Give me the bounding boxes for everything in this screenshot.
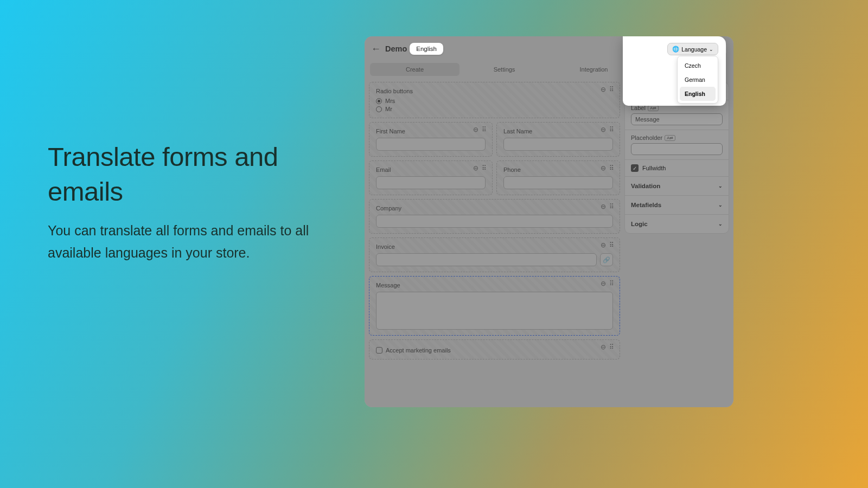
remove-icon[interactable]: ⊖	[601, 343, 606, 351]
text-input[interactable]	[376, 253, 597, 266]
accordion-validation[interactable]: Validation⌄	[625, 176, 729, 195]
chevron-down-icon: ⌄	[718, 202, 723, 208]
page-title: Demo	[385, 44, 407, 53]
remove-icon[interactable]: ⊖	[601, 126, 606, 133]
drag-handle-icon[interactable]: ⠿	[609, 126, 614, 133]
drag-handle-icon[interactable]: ⠿	[609, 86, 614, 93]
drag-handle-icon[interactable]: ⠿	[609, 343, 614, 351]
field-label: Radio buttons	[376, 88, 613, 94]
drag-handle-icon[interactable]: ⠿	[609, 203, 614, 210]
remove-icon[interactable]: ⊖	[601, 86, 606, 93]
drag-handle-icon[interactable]: ⠿	[482, 126, 487, 133]
field-radio-buttons[interactable]: ⊖ ⠿ Radio buttons Mrs Mr	[369, 82, 620, 118]
field-email[interactable]: ⊖⠿ Email	[369, 160, 493, 195]
field-last-name[interactable]: ⊖⠿ Last Name	[496, 122, 620, 157]
drag-handle-icon[interactable]: ⠿	[609, 280, 614, 287]
radio-icon	[376, 98, 382, 104]
language-dropdown: Czech German English	[677, 56, 718, 104]
checkbox-checked-icon: ✓	[631, 164, 639, 172]
attachment-button[interactable]: 🔗	[600, 253, 613, 266]
placeholder-field-label: Placeholder	[631, 134, 662, 141]
remove-icon[interactable]: ⊖	[601, 280, 606, 287]
app-window: ← Demo English 🌐 Language ⌄ Create Setti…	[365, 36, 733, 407]
remove-icon[interactable]: ⊖	[601, 203, 606, 210]
text-input[interactable]	[376, 138, 486, 151]
text-input[interactable]	[503, 176, 613, 189]
field-label: Last Name	[503, 128, 613, 134]
placeholder-input[interactable]	[631, 143, 723, 155]
field-accept-marketing[interactable]: ⊖⠿ Accept marketing emails	[369, 339, 620, 359]
field-company[interactable]: ⊖⠿ Company	[369, 199, 620, 234]
language-option-czech[interactable]: Czech	[680, 59, 716, 73]
label-input[interactable]	[631, 113, 723, 125]
drag-handle-icon[interactable]: ⠿	[482, 164, 487, 172]
field-label: Phone	[503, 166, 613, 173]
hero-subtitle: You can translate all forms and emails t…	[48, 220, 341, 264]
drag-handle-icon[interactable]: ⠿	[609, 164, 614, 172]
text-input[interactable]	[503, 138, 613, 151]
chevron-down-icon: ⌄	[709, 47, 713, 52]
translate-badge-icon: A⇄	[665, 135, 675, 141]
accordion-metafields[interactable]: Metafields⌄	[625, 195, 729, 214]
form-canvas: ⊖ ⠿ Radio buttons Mrs Mr ⊖⠿ First Name ⊖…	[369, 82, 620, 359]
field-label: First Name	[376, 128, 486, 134]
remove-icon[interactable]: ⊖	[473, 126, 478, 133]
remove-icon[interactable]: ⊖	[473, 164, 478, 172]
field-label: Accept marketing emails	[386, 347, 451, 354]
field-label: Company	[376, 205, 613, 211]
language-option-english[interactable]: English	[680, 87, 716, 101]
radio-icon	[376, 106, 382, 112]
fullwidth-checkbox[interactable]: ✓ Fullwidth	[631, 164, 723, 172]
drag-handle-icon[interactable]: ⠿	[609, 241, 614, 249]
language-option-german[interactable]: German	[680, 73, 716, 87]
remove-icon[interactable]: ⊖	[601, 241, 606, 249]
text-input[interactable]	[376, 176, 486, 189]
field-message[interactable]: ⊖⠿ Message	[369, 276, 620, 336]
accordion-logic[interactable]: Logic⌄	[625, 214, 729, 233]
link-icon: 🔗	[603, 256, 610, 264]
language-button[interactable]: 🌐 Language ⌄	[667, 43, 718, 55]
textarea-input[interactable]	[376, 292, 613, 330]
tab-create[interactable]: Create	[370, 63, 459, 76]
remove-icon[interactable]: ⊖	[601, 164, 606, 172]
radio-option-mr[interactable]: Mr	[376, 106, 613, 112]
language-popover: 🌐 Language ⌄ Czech German English	[623, 36, 726, 106]
back-arrow-icon[interactable]: ←	[371, 43, 381, 55]
field-label: Email	[376, 166, 486, 173]
globe-icon: 🌐	[672, 46, 679, 53]
text-input[interactable]	[376, 215, 613, 228]
hero-title: Translate forms and emails	[48, 140, 341, 209]
field-label: Invoice	[376, 243, 613, 250]
field-label: Message	[376, 282, 613, 288]
radio-option-mrs[interactable]: Mrs	[376, 98, 613, 104]
translate-badge-icon: A⇄	[648, 105, 659, 111]
field-phone[interactable]: ⊖⠿ Phone	[496, 160, 620, 195]
chevron-down-icon: ⌄	[718, 183, 723, 189]
tab-settings[interactable]: Settings	[459, 63, 549, 76]
field-invoice[interactable]: ⊖⠿ Invoice 🔗	[369, 237, 620, 272]
chevron-down-icon: ⌄	[718, 221, 723, 227]
checkbox-icon[interactable]	[376, 347, 382, 354]
current-language-pill[interactable]: English	[410, 43, 443, 55]
field-first-name[interactable]: ⊖⠿ First Name	[369, 122, 493, 157]
